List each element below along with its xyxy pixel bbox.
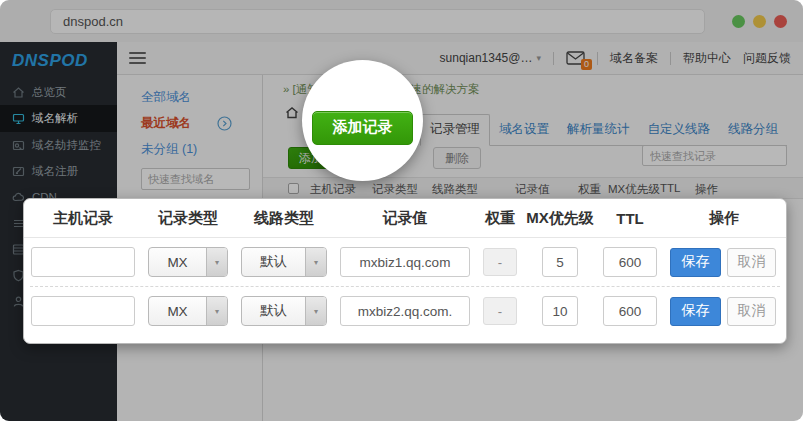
spotlight-circle: 添加记录	[302, 60, 423, 181]
record-type-value: MX	[149, 304, 206, 319]
add-record-button-highlighted[interactable]: 添加记录	[312, 111, 413, 145]
dropdown-handle-icon: ▾	[305, 297, 326, 325]
cancel-button[interactable]: 取消	[727, 297, 776, 326]
record-type-dropdown[interactable]: MX ▾	[148, 296, 228, 326]
column-header: 记录值	[383, 209, 428, 228]
column-header: 记录类型	[158, 209, 218, 228]
save-button[interactable]: 保存	[670, 248, 721, 277]
record-card-header: 主机记录 记录类型 线路类型 记录值 权重 MX优先级 TTL 操作	[24, 199, 786, 238]
host-record-input[interactable]	[31, 296, 135, 326]
column-header: 操作	[709, 209, 739, 228]
dropdown-handle-icon: ▾	[305, 248, 326, 276]
column-header: 线路类型	[254, 209, 314, 228]
line-type-dropdown[interactable]: 默认 ▾	[241, 247, 327, 277]
line-type-value: 默认	[242, 302, 305, 320]
dropdown-handle-icon: ▾	[206, 297, 227, 325]
record-type-dropdown[interactable]: MX ▾	[148, 247, 228, 277]
host-record-input[interactable]	[31, 247, 135, 277]
row-actions: 保存 取消	[670, 297, 778, 326]
row-actions: 保存 取消	[670, 248, 778, 277]
mx-priority-input[interactable]	[542, 247, 578, 277]
record-value-input[interactable]	[340, 247, 470, 277]
browser-window: dnspod.cn DNSPOD 总览页 域名解析	[0, 0, 803, 421]
line-type-dropdown[interactable]: 默认 ▾	[241, 296, 327, 326]
column-header: TTL	[616, 210, 644, 227]
line-type-value: 默认	[242, 253, 305, 271]
add-record-card: 主机记录 记录类型 线路类型 记录值 权重 MX优先级 TTL 操作 MX ▾ …	[23, 198, 787, 344]
record-row-1: MX ▾ 默认 ▾ - 保存 取消	[24, 238, 786, 286]
record-row-2: MX ▾ 默认 ▾ - 保存 取消	[24, 287, 786, 335]
dropdown-handle-icon: ▾	[206, 248, 227, 276]
ttl-input[interactable]	[603, 296, 657, 326]
cancel-button[interactable]: 取消	[727, 248, 776, 277]
column-header: MX优先级	[526, 209, 594, 228]
weight-disabled-field: -	[483, 297, 517, 325]
weight-disabled-field: -	[483, 248, 517, 276]
record-type-value: MX	[149, 255, 206, 270]
ttl-input[interactable]	[603, 247, 657, 277]
record-value-input[interactable]	[340, 296, 470, 326]
mx-priority-input[interactable]	[542, 296, 578, 326]
save-button[interactable]: 保存	[670, 297, 721, 326]
column-header: 主机记录	[53, 209, 113, 228]
column-header: 权重	[485, 209, 515, 228]
